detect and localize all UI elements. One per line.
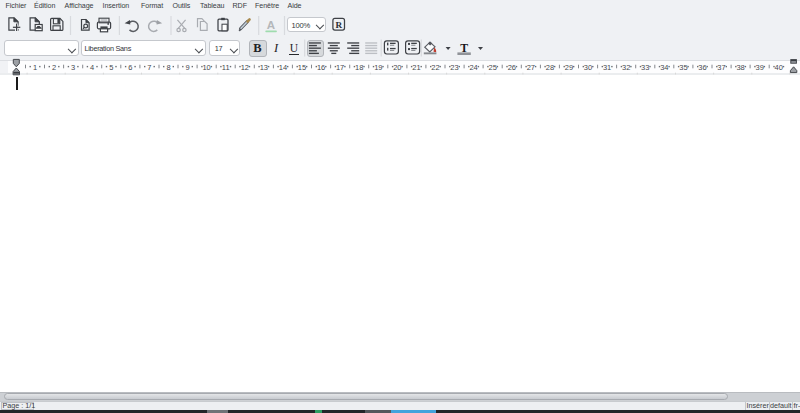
svg-text:13: 13 (260, 63, 268, 72)
svg-text:32: 32 (622, 63, 630, 72)
svg-text:22: 22 (431, 63, 439, 72)
svg-text:39: 39 (756, 63, 764, 72)
svg-text:R: R (335, 20, 342, 30)
svg-text:14: 14 (279, 63, 287, 72)
svg-text:21: 21 (412, 63, 420, 72)
svg-text:12: 12 (241, 63, 249, 72)
svg-text:11: 11 (222, 63, 230, 72)
svg-text:3: 3 (71, 63, 75, 72)
svg-text:25: 25 (489, 63, 497, 72)
svg-text:23: 23 (450, 63, 458, 72)
svg-text:6: 6 (128, 63, 132, 72)
svg-text:A: A (267, 19, 275, 31)
svg-text:5: 5 (109, 63, 113, 72)
svg-text:36: 36 (698, 63, 706, 72)
svg-text:30: 30 (584, 63, 592, 72)
svg-text:10: 10 (202, 63, 210, 72)
svg-text:29: 29 (565, 63, 573, 72)
svg-text:16: 16 (317, 63, 325, 72)
svg-text:2: 2 (52, 63, 56, 72)
svg-text:34: 34 (660, 63, 668, 72)
svg-text:9: 9 (186, 63, 190, 72)
svg-text:4: 4 (90, 63, 94, 72)
svg-text:26: 26 (508, 63, 516, 72)
svg-text:8: 8 (166, 63, 170, 72)
svg-text:15: 15 (298, 63, 306, 72)
svg-text:33: 33 (641, 63, 649, 72)
svg-text:24: 24 (469, 63, 477, 72)
svg-text:19: 19 (374, 63, 382, 72)
svg-text:38: 38 (736, 63, 744, 72)
svg-text:1: 1 (33, 63, 37, 72)
svg-text:37: 37 (717, 63, 725, 72)
svg-text:28: 28 (546, 63, 554, 72)
svg-text:20: 20 (393, 63, 401, 72)
svg-text:31: 31 (603, 63, 611, 72)
svg-text:18: 18 (355, 63, 363, 72)
svg-text:17: 17 (336, 63, 344, 72)
svg-text:40: 40 (775, 63, 783, 72)
svg-text:27: 27 (527, 63, 535, 72)
svg-text:35: 35 (679, 63, 687, 72)
svg-text:7: 7 (147, 63, 151, 72)
